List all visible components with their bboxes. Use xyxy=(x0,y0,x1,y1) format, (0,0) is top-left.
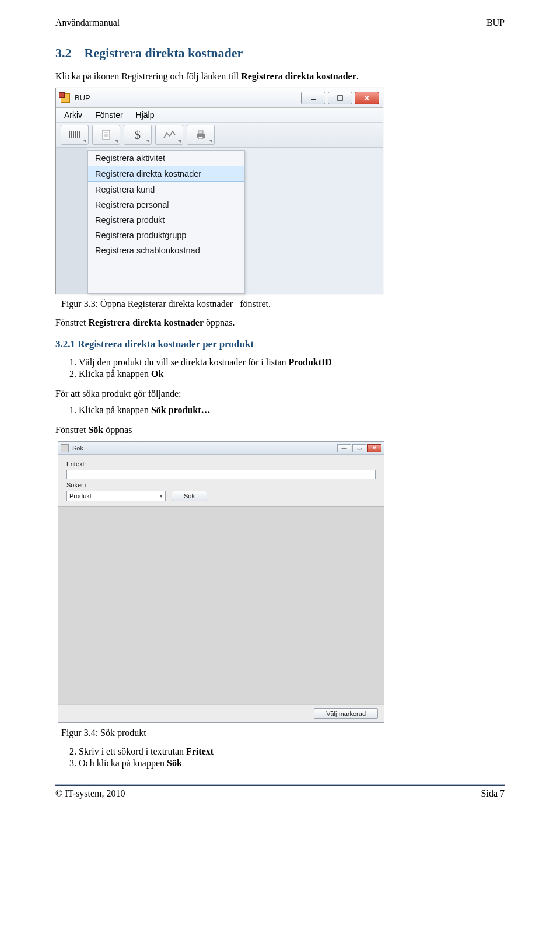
footer-left: © IT-system, 2010 xyxy=(55,788,125,799)
svg-rect-16 xyxy=(198,137,203,139)
svg-rect-10 xyxy=(103,130,110,139)
paragraph: För att söka produkt gör följande: xyxy=(55,389,505,399)
page-footer: © IT-system, 2010 Sida 7 xyxy=(55,788,505,799)
soker-select[interactable]: Produkt ▾ xyxy=(66,491,166,501)
svg-rect-5 xyxy=(71,131,72,138)
list-item: Klicka på knappen Sök produkt… xyxy=(79,405,505,415)
results-grid xyxy=(58,506,384,704)
minimize-button[interactable]: — xyxy=(337,444,351,452)
maximize-button[interactable]: ▭ xyxy=(352,444,366,452)
section-heading: 3.2 Registrera direkta kostnader xyxy=(55,46,505,61)
toolbar: $ xyxy=(56,123,383,148)
header-right: BUP xyxy=(487,18,505,28)
window-title: BUP xyxy=(75,93,90,102)
svg-rect-9 xyxy=(79,131,80,138)
close-button[interactable] xyxy=(355,92,379,104)
svg-rect-8 xyxy=(77,131,78,138)
svg-rect-7 xyxy=(75,131,76,138)
menu-item[interactable]: Registrera schablonkostnad xyxy=(88,243,244,258)
svg-rect-6 xyxy=(73,131,74,138)
figure1-caption: Figur 3.3: Öppna Registerar direkta kost… xyxy=(61,299,505,309)
close-button[interactable]: ✕ xyxy=(368,444,382,452)
paragraph: Fönstret Sök öppnas xyxy=(55,425,505,435)
app-icon xyxy=(61,93,70,103)
svg-rect-1 xyxy=(338,96,342,100)
footer-right: Sida 7 xyxy=(481,788,505,799)
menubar: Arkiv Fönster Hjälp xyxy=(56,108,383,123)
list-item: Och klicka på knappen Sök xyxy=(79,758,505,769)
titlebar: Sök — ▭ ✕ xyxy=(58,442,384,455)
footer-rule xyxy=(55,784,505,786)
valj-markerad-button[interactable]: Välj markerad xyxy=(314,708,378,719)
label-fritext: Fritext: xyxy=(66,460,97,467)
menu-item[interactable]: Registrera personal xyxy=(88,197,244,212)
menu-item[interactable]: Registrera produktgrupp xyxy=(88,228,244,243)
menu-fonster[interactable]: Fönster xyxy=(95,110,123,120)
register-dropdown: Registrera aktivitet Registrera direkta … xyxy=(88,150,245,294)
svg-rect-15 xyxy=(198,131,203,134)
doc-icon[interactable] xyxy=(92,125,120,145)
window-title: Sök xyxy=(72,445,83,452)
chart-icon[interactable] xyxy=(155,125,183,145)
fritext-input[interactable] xyxy=(66,470,376,479)
list-item: Klicka på knappen Ok xyxy=(79,369,505,379)
steps-list: Skriv i ett sökord i textrutan Fritext O… xyxy=(55,746,505,769)
maximize-button[interactable] xyxy=(328,92,352,104)
app-icon xyxy=(61,444,69,452)
menu-item-selected[interactable]: Registrera direkta kostnader xyxy=(88,166,244,182)
minimize-button[interactable] xyxy=(301,92,326,104)
list-item: Välj den produkt du vill se direkta kost… xyxy=(79,357,505,368)
figure-bup-window: BUP Arkiv Fönster Hjälp $ Registrera akt… xyxy=(55,88,383,294)
barcode-icon[interactable] xyxy=(61,125,89,145)
list-item: Skriv i ett sökord i textrutan Fritext xyxy=(79,746,505,757)
intro-paragraph: Klicka på ikonen Registrering och följ l… xyxy=(55,71,505,82)
label-soker: Söker i xyxy=(66,481,97,488)
header-left: Användarmanual xyxy=(55,18,120,28)
paragraph: Fönstret Registrera direkta kostnader öp… xyxy=(55,317,505,328)
svg-rect-4 xyxy=(69,131,70,138)
figure-sok-window: Sök — ▭ ✕ Fritext: Söker i Produkt ▾ Sök xyxy=(58,441,384,723)
menu-item[interactable]: Registrera aktivitet xyxy=(88,151,244,166)
titlebar: BUP xyxy=(56,88,383,108)
menu-hjalp[interactable]: Hjälp xyxy=(136,110,155,120)
subsection-heading: 3.2.1 Registrera direkta kostnader per p… xyxy=(55,338,505,350)
steps-list: Klicka på knappen Sök produkt… xyxy=(55,405,505,415)
sok-button[interactable]: Sök xyxy=(172,491,207,501)
menu-arkiv[interactable]: Arkiv xyxy=(64,110,82,120)
chevron-down-icon: ▾ xyxy=(160,493,163,499)
figure2-caption: Figur 3.4: Sök produkt xyxy=(61,728,505,738)
dollar-icon[interactable]: $ xyxy=(124,125,152,145)
printer-icon[interactable] xyxy=(187,125,215,145)
menu-item[interactable]: Registrera kund xyxy=(88,182,244,197)
steps-list: Välj den produkt du vill se direkta kost… xyxy=(55,357,505,379)
page-header: Användarmanual BUP xyxy=(55,18,505,28)
menu-item[interactable]: Registrera produkt xyxy=(88,212,244,228)
